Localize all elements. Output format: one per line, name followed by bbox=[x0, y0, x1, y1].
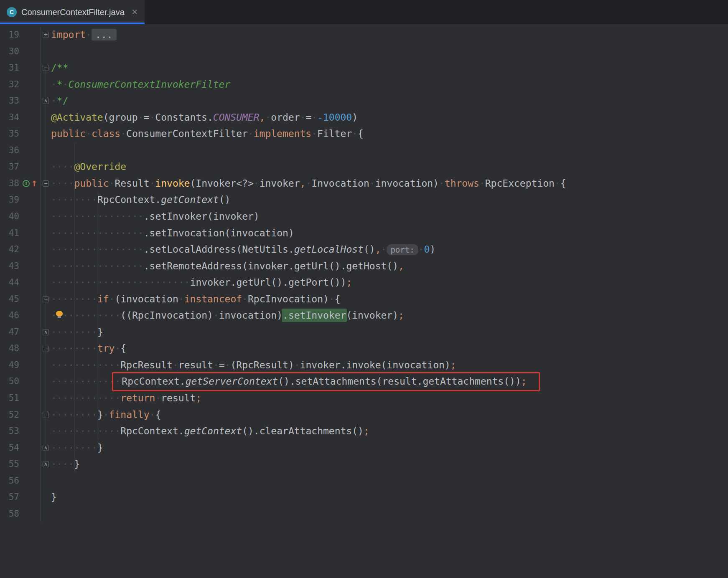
whitespace-dot: · bbox=[57, 194, 63, 205]
line-number[interactable]: 45 bbox=[0, 291, 19, 308]
line-number[interactable]: 47 bbox=[0, 324, 19, 341]
whitespace-dot: · bbox=[86, 128, 92, 139]
code-lines: 19+import·...3031−/**32·*·ConsumerContex… bbox=[0, 24, 728, 522]
whitespace-dot: · bbox=[57, 261, 63, 271]
whitespace-dot: · bbox=[92, 442, 97, 453]
line-number[interactable]: 43 bbox=[0, 258, 19, 275]
code-text[interactable] bbox=[51, 473, 728, 489]
code-token: RpcContext. bbox=[122, 376, 185, 387]
fold-marker-end-icon[interactable]: ∧ bbox=[43, 461, 49, 467]
code-text[interactable]: ············((RpcInvocation)·invocation)… bbox=[51, 307, 728, 324]
line-number[interactable]: 46 bbox=[0, 307, 19, 324]
code-text[interactable]: ············RpcContext.getContext().clea… bbox=[51, 423, 728, 440]
whitespace-dot: · bbox=[92, 376, 97, 387]
code-text[interactable]: ················.setInvoker(invoker) bbox=[51, 208, 728, 225]
fold-marker-start-icon[interactable]: − bbox=[43, 65, 49, 71]
line-number[interactable]: 31 bbox=[0, 60, 19, 76]
code-text[interactable]: ····public·Result·invoke(Invoker<?>·invo… bbox=[51, 175, 728, 192]
code-text[interactable]: public·class·ConsumerContextFilter·imple… bbox=[51, 126, 728, 142]
code-text[interactable]: /** bbox=[51, 60, 728, 76]
fold-marker-end-icon[interactable]: ∧ bbox=[43, 445, 49, 451]
fold-gutter: + bbox=[40, 27, 51, 43]
code-text[interactable] bbox=[51, 43, 728, 60]
line-number[interactable]: 50 bbox=[0, 373, 19, 390]
code-text[interactable]: ········} bbox=[51, 324, 728, 341]
line-number[interactable]: 40 bbox=[0, 208, 19, 225]
line-number[interactable]: 37 bbox=[0, 159, 19, 175]
line-number[interactable]: 34 bbox=[0, 109, 19, 126]
whitespace-dot: · bbox=[51, 376, 57, 387]
whitespace-dot: · bbox=[86, 343, 92, 354]
line-number[interactable]: 57 bbox=[0, 489, 19, 506]
line-number[interactable]: 35 bbox=[0, 126, 19, 142]
whitespace-dot: · bbox=[57, 343, 63, 354]
implements-method-icon[interactable]: I bbox=[23, 180, 30, 187]
code-text[interactable]: ········try·{ bbox=[51, 340, 728, 357]
fold-marker-start-icon[interactable]: − bbox=[43, 412, 49, 418]
line-number[interactable]: 32 bbox=[0, 76, 19, 93]
line-number[interactable]: 55 bbox=[0, 456, 19, 473]
fold-marker-end-icon[interactable]: ∧ bbox=[43, 329, 49, 335]
code-text[interactable]: ·*·ConsumerContextInvokerFilter bbox=[51, 76, 728, 93]
code-text[interactable]: ············RpcContext.getServerContext(… bbox=[51, 373, 728, 390]
gutter-icons bbox=[19, 473, 40, 489]
tab-close-icon[interactable]: ✕ bbox=[132, 8, 138, 17]
line-number[interactable]: 53 bbox=[0, 423, 19, 440]
whitespace-dot: · bbox=[80, 228, 86, 238]
code-text[interactable]: ········RpcContext.getContext() bbox=[51, 192, 728, 208]
line-number[interactable]: 51 bbox=[0, 390, 19, 407]
code-text[interactable]: ············return·result; bbox=[51, 390, 728, 407]
code-text[interactable]: ················.setInvocation(invocatio… bbox=[51, 225, 728, 242]
code-text[interactable]: ················.setLocalAddress(NetUtil… bbox=[51, 241, 728, 258]
fold-marker-start-icon[interactable]: − bbox=[43, 180, 49, 187]
tab-consumercontextfilter-java[interactable]: C ConsumerContextFilter.java ✕ bbox=[0, 0, 145, 24]
whitespace-dot: · bbox=[74, 261, 80, 271]
fold-marker-plus-icon[interactable]: + bbox=[43, 32, 49, 38]
line-number[interactable]: 48 bbox=[0, 340, 19, 357]
code-text[interactable]: ·*/ bbox=[51, 93, 728, 109]
code-text[interactable]: ····} bbox=[51, 456, 728, 473]
code-text[interactable]: ········} bbox=[51, 440, 728, 456]
gutter-icons bbox=[19, 43, 40, 60]
code-text[interactable]: @Activate(group·=·Constants.CONSUMER,·or… bbox=[51, 109, 728, 126]
code-text[interactable]: ············RpcResult·result·=·(RpcResul… bbox=[51, 357, 728, 374]
line-number[interactable]: 39 bbox=[0, 192, 19, 208]
line-number[interactable]: 58 bbox=[0, 506, 19, 522]
code-text[interactable]: ················.setRemoteAddress(invoke… bbox=[51, 258, 728, 275]
code-text[interactable]: ········if·(invocation·instanceof·RpcInv… bbox=[51, 291, 728, 308]
whitespace-dot: · bbox=[74, 277, 80, 288]
code-text[interactable]: ····@Override bbox=[51, 159, 728, 175]
line-number[interactable]: 38 bbox=[0, 175, 19, 192]
fold-marker-start-icon[interactable]: − bbox=[43, 296, 49, 302]
whitespace-dot: · bbox=[92, 194, 97, 205]
line-number[interactable]: 42 bbox=[0, 241, 19, 258]
whitespace-dot: · bbox=[97, 261, 103, 271]
code-token: , bbox=[260, 112, 265, 123]
line-number[interactable]: 52 bbox=[0, 407, 19, 423]
code-editor[interactable]: 19+import·...3031−/**32·*·ConsumerContex… bbox=[0, 24, 728, 578]
line-number[interactable]: 30 bbox=[0, 43, 19, 60]
whitespace-dot: · bbox=[109, 310, 115, 321]
whitespace-dot: · bbox=[57, 244, 63, 255]
code-text[interactable]: ········}·finally·{ bbox=[51, 407, 728, 423]
code-text[interactable] bbox=[51, 142, 728, 159]
line-number[interactable]: 19 bbox=[0, 27, 19, 43]
whitespace-dot: · bbox=[173, 277, 178, 288]
line-number[interactable]: 56 bbox=[0, 473, 19, 489]
code-line: 46············((RpcInvocation)·invocatio… bbox=[0, 307, 728, 324]
intention-lightbulb-icon[interactable] bbox=[56, 311, 63, 316]
fold-marker-start-icon[interactable]: − bbox=[43, 346, 49, 352]
overrides-method-arrow-icon[interactable]: ↑ bbox=[31, 180, 37, 188]
line-number[interactable]: 33 bbox=[0, 93, 19, 109]
line-number[interactable]: 36 bbox=[0, 142, 19, 159]
line-number[interactable]: 49 bbox=[0, 357, 19, 374]
line-number[interactable]: 44 bbox=[0, 274, 19, 291]
fold-marker-end-icon[interactable]: ∧ bbox=[43, 98, 49, 104]
code-text[interactable] bbox=[51, 506, 728, 522]
line-number[interactable]: 41 bbox=[0, 225, 19, 242]
code-text[interactable]: } bbox=[51, 489, 728, 506]
whitespace-dot: · bbox=[86, 442, 92, 453]
line-number[interactable]: 54 bbox=[0, 440, 19, 456]
code-text[interactable]: import·... bbox=[51, 27, 728, 43]
code-text[interactable]: ························invoker.getUrl()… bbox=[51, 274, 728, 291]
